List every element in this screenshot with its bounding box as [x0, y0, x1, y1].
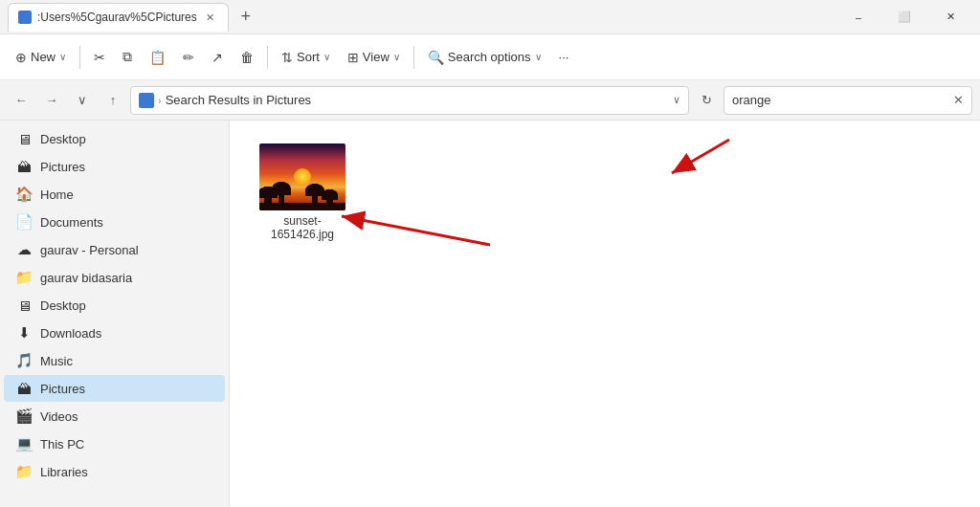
sidebar-item-music[interactable]: 🎵 Music: [4, 347, 225, 374]
downloads-icon: ⬇: [15, 324, 33, 342]
sidebar-item-label: Pictures: [40, 382, 85, 396]
share-icon: ↗: [212, 50, 223, 65]
sort-chevron-icon: ∨: [323, 52, 330, 62]
desktop-icon: 🖥: [15, 130, 33, 147]
search-options-icon: 🔍: [428, 50, 444, 65]
new-button[interactable]: ⊕ New ∨: [8, 45, 74, 70]
separator-2: [267, 46, 268, 69]
sun-element: [294, 168, 311, 186]
new-tab-button[interactable]: +: [233, 4, 259, 31]
address-bar: ← → ∨ ↑ › Search Results in Pictures ∨ ↻…: [0, 80, 980, 121]
paste-button[interactable]: 📋: [142, 45, 173, 70]
sidebar-item-label: gaurav - Personal: [40, 243, 139, 257]
rename-button[interactable]: ✏: [175, 45, 202, 70]
search-input[interactable]: [732, 93, 949, 107]
recent-locations-button[interactable]: ∨: [69, 87, 96, 114]
sidebar-item-label: Documents: [40, 215, 103, 230]
tab-area: :Users%5Cgaurav%5CPictures ✕ +: [8, 0, 833, 33]
more-icon: ···: [559, 50, 569, 64]
refresh-button[interactable]: ↻: [693, 87, 720, 114]
music-icon: 🎵: [15, 352, 33, 369]
sidebar-item-documents[interactable]: 📄 Documents: [4, 209, 225, 235]
sidebar-item-this-pc[interactable]: 💻 This PC: [4, 430, 225, 457]
this-pc-icon: 💻: [15, 435, 33, 452]
new-label: New: [31, 50, 56, 64]
paste-icon: 📋: [149, 50, 166, 65]
more-button[interactable]: ···: [551, 45, 577, 69]
libraries-icon: 📁: [15, 463, 33, 480]
search-options-chevron-icon: ∨: [535, 52, 542, 62]
tree3-silhouette: [312, 184, 318, 210]
sidebar-item-pictures-1[interactable]: 🏔 Pictures: [4, 153, 225, 180]
file-area: sunset-1651426.jpg: [230, 121, 980, 507]
search-options-label: Search options: [448, 50, 531, 64]
sidebar: 🖥 Desktop 🏔 Pictures 🏠 Home 📄 Documents …: [0, 121, 230, 507]
sort-icon: ⇅: [281, 50, 293, 65]
separator-3: [413, 46, 414, 69]
forward-button[interactable]: →: [38, 87, 65, 114]
folder-yellow-icon: 📁: [15, 269, 33, 286]
pictures-active-icon: 🏔: [15, 380, 33, 397]
desktop2-icon: 🖥: [15, 297, 33, 314]
sidebar-item-libraries[interactable]: 📁 Libraries: [4, 458, 225, 485]
sidebar-item-gaurav-bidasaria[interactable]: 📁 gaurav bidasaria: [4, 264, 225, 291]
delete-icon: 🗑: [240, 50, 254, 65]
window-controls: – ⬜ ✕: [836, 0, 972, 34]
breadcrumb-dropdown-icon[interactable]: ∨: [673, 94, 680, 106]
breadcrumb-path: Search Results in Pictures: [166, 93, 311, 107]
home-icon: 🏠: [15, 186, 33, 203]
search-clear-button[interactable]: ✕: [953, 93, 964, 107]
tree4-silhouette: [326, 189, 333, 210]
delete-button[interactable]: 🗑: [233, 45, 261, 70]
active-tab[interactable]: :Users%5Cgaurav%5CPictures ✕: [8, 3, 229, 32]
sunset-image: [259, 143, 345, 210]
svg-line-2: [672, 140, 729, 173]
file-thumbnail: [259, 143, 345, 210]
breadcrumb-folder-icon: [139, 93, 154, 108]
new-chevron-icon: ∨: [59, 52, 66, 62]
maximize-button[interactable]: ⬜: [882, 0, 926, 34]
sidebar-item-downloads[interactable]: ⬇ Downloads: [4, 320, 225, 346]
copy-button[interactable]: ⧉: [115, 44, 140, 70]
cloud-icon: ☁: [15, 241, 33, 258]
sidebar-item-label: Desktop: [40, 132, 86, 146]
close-button[interactable]: ✕: [928, 0, 972, 34]
sidebar-item-pictures-active[interactable]: 🏔 Pictures: [4, 375, 225, 402]
sidebar-item-label: Videos: [40, 409, 78, 424]
back-button[interactable]: ←: [8, 87, 34, 114]
sidebar-item-home[interactable]: 🏠 Home: [4, 181, 225, 208]
sidebar-item-label: Pictures: [40, 160, 85, 174]
minimize-button[interactable]: –: [836, 0, 880, 34]
sidebar-item-desktop-1[interactable]: 🖥 Desktop: [4, 125, 225, 152]
separator-1: [79, 46, 80, 69]
new-icon: ⊕: [15, 50, 27, 65]
tree1-silhouette: [264, 187, 272, 210]
sidebar-item-label: Desktop: [40, 298, 86, 313]
sort-button[interactable]: ⇅ Sort ∨: [274, 45, 338, 70]
view-button[interactable]: ⊞ View ∨: [340, 45, 408, 70]
sidebar-item-desktop-2[interactable]: 🖥 Desktop: [4, 292, 225, 319]
title-bar: :Users%5Cgaurav%5CPictures ✕ + – ⬜ ✕: [0, 0, 980, 34]
pictures-icon: 🏔: [15, 158, 33, 175]
search-options-button[interactable]: 🔍 Search options ∨: [420, 45, 549, 70]
sidebar-item-label: Downloads: [40, 326, 101, 341]
sidebar-item-label: This PC: [40, 437, 84, 452]
view-icon: ⊞: [347, 50, 359, 65]
file-item-sunset[interactable]: sunset-1651426.jpg: [245, 136, 360, 249]
search-box[interactable]: ✕: [724, 86, 972, 115]
up-button[interactable]: ↑: [100, 87, 126, 114]
share-button[interactable]: ↗: [204, 45, 231, 70]
sidebar-item-videos[interactable]: 🎬 Videos: [4, 403, 225, 430]
view-chevron-icon: ∨: [393, 52, 400, 62]
file-name: sunset-1651426.jpg: [253, 214, 352, 241]
toolbar: ⊕ New ∨ ✂ ⧉ 📋 ✏ ↗ 🗑 ⇅ Sort ∨ ⊞ View ∨ 🔍 …: [0, 34, 980, 80]
main-content: 🖥 Desktop 🏔 Pictures 🏠 Home 📄 Documents …: [0, 121, 980, 507]
breadcrumb-chevron-icon: ›: [158, 95, 162, 106]
rename-icon: ✏: [183, 50, 194, 65]
sidebar-item-gaurav-personal[interactable]: ☁ gaurav - Personal: [4, 236, 225, 263]
videos-icon: 🎬: [15, 408, 33, 425]
tab-close-button[interactable]: ✕: [203, 10, 218, 25]
breadcrumb[interactable]: › Search Results in Pictures ∨: [130, 86, 689, 115]
sort-label: Sort: [297, 50, 320, 64]
cut-button[interactable]: ✂: [86, 45, 113, 70]
